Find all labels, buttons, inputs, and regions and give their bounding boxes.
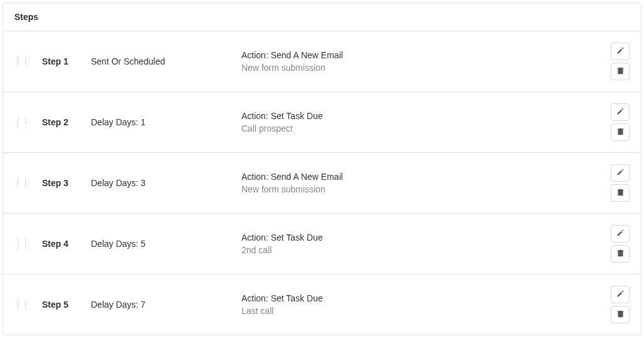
delete-button[interactable] [611,245,630,263]
trash-icon [616,127,625,137]
delete-button[interactable] [611,306,630,323]
pencil-icon [616,107,625,117]
trash-icon [616,66,625,76]
step-number: Step 2 [42,117,91,127]
action-detail: 2nd call [241,245,598,255]
trash-icon [616,249,625,259]
delay-label: Delay Days: 3 [91,178,241,188]
action-block: Action: Send A New Email New form submis… [241,50,598,73]
pencil-icon [616,229,625,239]
pencil-icon [616,289,625,300]
step-row: ⋮⋮⋮⋮ Step 1 Sent Or Scheduled Action: Se… [3,31,641,92]
step-number: Step 5 [42,300,91,310]
edit-button[interactable] [611,103,630,121]
action-detail: Call prospect [241,123,598,133]
delete-button[interactable] [611,63,630,80]
drag-handle-icon[interactable]: ⋮⋮⋮⋮ [14,118,29,126]
drag-handle-icon[interactable]: ⋮⋮⋮⋮ [14,179,29,187]
action-title: Action: Set Task Due [241,293,598,303]
step-row: ⋮⋮⋮⋮ Step 3 Delay Days: 3 Action: Send A… [3,153,641,214]
step-number: Step 3 [42,178,91,188]
row-actions [611,225,630,263]
edit-button[interactable] [611,225,630,243]
row-actions [611,43,630,80]
row-actions [611,164,630,202]
steps-panel: Steps ⋮⋮⋮⋮ Step 1 Sent Or Scheduled Acti… [3,3,641,335]
action-title: Action: Send A New Email [241,50,598,60]
action-detail: New form submission [241,184,598,194]
delay-label: Delay Days: 5 [91,239,241,249]
delete-button[interactable] [611,123,630,141]
pencil-icon [616,168,625,178]
step-row: ⋮⋮⋮⋮ Step 2 Delay Days: 1 Action: Set Ta… [3,92,641,153]
trash-icon [616,188,625,198]
step-row: ⋮⋮⋮⋮ Step 5 Delay Days: 7 Action: Set Ta… [3,274,641,335]
delay-label: Delay Days: 1 [91,117,241,127]
action-detail: Last call [241,306,598,316]
drag-handle-icon[interactable]: ⋮⋮⋮⋮ [14,301,29,308]
action-block: Action: Set Task Due 2nd call [241,232,598,255]
delay-label: Sent Or Scheduled [91,56,241,66]
drag-handle-icon[interactable]: ⋮⋮⋮⋮ [14,240,29,248]
action-detail: New form submission [241,63,598,73]
step-row: ⋮⋮⋮⋮ Step 4 Delay Days: 5 Action: Set Ta… [3,214,641,274]
drag-handle-icon[interactable]: ⋮⋮⋮⋮ [14,58,29,65]
action-block: Action: Send A New Email New form submis… [241,172,598,194]
edit-button[interactable] [611,164,630,182]
step-number: Step 1 [42,56,91,66]
delay-label: Delay Days: 7 [91,300,241,310]
action-block: Action: Set Task Due Call prospect [241,111,598,133]
action-title: Action: Set Task Due [241,232,598,243]
edit-button[interactable] [611,43,630,60]
step-number: Step 4 [42,239,91,249]
panel-title: Steps [3,3,641,31]
pencil-icon [616,46,625,56]
row-actions [611,286,630,323]
row-actions [611,103,630,141]
edit-button[interactable] [611,286,630,303]
action-block: Action: Set Task Due Last call [241,293,598,316]
trash-icon [616,310,625,320]
action-title: Action: Send A New Email [241,172,598,182]
delete-button[interactable] [611,184,630,202]
action-title: Action: Set Task Due [241,111,598,121]
